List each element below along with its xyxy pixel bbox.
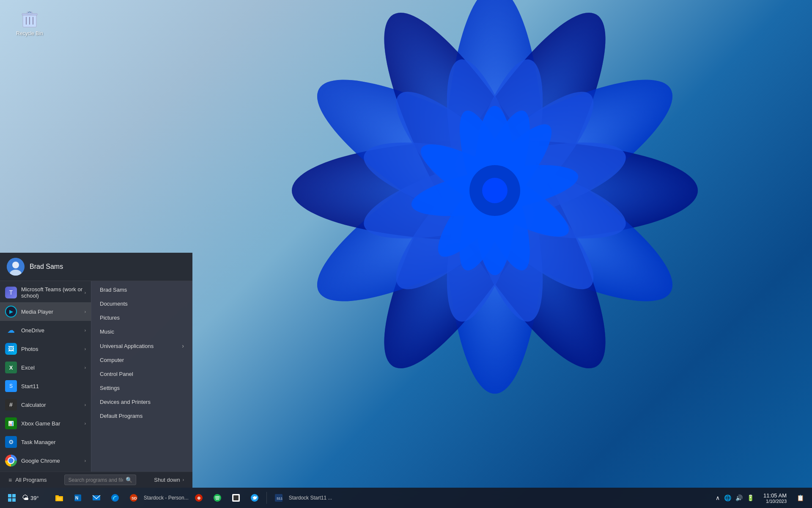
notion-button[interactable] bbox=[228, 489, 244, 506]
svg-rect-37 bbox=[8, 498, 11, 502]
universal-applications-label: Universal Applications bbox=[100, 343, 154, 349]
onedrive-chevron: › bbox=[85, 328, 86, 333]
menu-item-photos[interactable]: 🖼 Photos › bbox=[0, 340, 91, 358]
start-menu: Brad Sams T Microsoft Teams (work or sch… bbox=[0, 253, 192, 488]
menu-item-onedrive[interactable]: ☁ OneDrive › bbox=[0, 321, 91, 340]
tray-network[interactable]: 🌐 bbox=[723, 494, 732, 502]
teams-label: Microsoft Teams (work or school) bbox=[21, 286, 85, 299]
edge-button[interactable] bbox=[107, 489, 123, 506]
stardock-label: Stardock - Person... bbox=[144, 495, 189, 501]
weather-widget[interactable]: 🌤 39° bbox=[22, 494, 39, 502]
svg-text:N: N bbox=[75, 496, 78, 500]
search-icon: 🔍 bbox=[126, 477, 132, 483]
tray-battery[interactable]: 🔋 bbox=[746, 494, 755, 502]
spotify-button[interactable] bbox=[209, 489, 226, 506]
taskmanager-label: Task Manager bbox=[21, 439, 86, 445]
user-avatar bbox=[7, 258, 25, 276]
xboxgame-icon: 📊 bbox=[5, 417, 17, 429]
mediaplayer-chevron: › bbox=[85, 309, 86, 314]
all-programs-label: All Programs bbox=[15, 477, 47, 483]
username-label: Brad Sams bbox=[30, 263, 63, 271]
search-input[interactable] bbox=[68, 477, 123, 483]
music-label: Music bbox=[100, 329, 114, 335]
onedrive-label: OneDrive bbox=[21, 327, 85, 334]
start11-icon: S bbox=[5, 380, 17, 392]
menu-item-microsoft-teams[interactable]: T Microsoft Teams (work or school) › bbox=[0, 283, 91, 302]
stardock-button[interactable]: SD bbox=[125, 489, 142, 506]
menu-item-task-manager[interactable]: ⚙ Task Manager bbox=[0, 433, 91, 451]
right-item-documents[interactable]: Documents bbox=[91, 297, 192, 311]
menu-item-google-chrome[interactable]: Google Chrome › bbox=[0, 451, 91, 470]
svg-rect-38 bbox=[12, 498, 16, 502]
stardock-start11-label: Stardock Start11 ... bbox=[289, 495, 332, 501]
svg-text:⊕: ⊕ bbox=[197, 496, 200, 500]
menu-body: T Microsoft Teams (work or school) › ▶ M… bbox=[0, 281, 192, 472]
right-item-computer[interactable]: Computer bbox=[91, 353, 192, 367]
all-programs-button[interactable]: ≡ All Programs bbox=[5, 475, 50, 485]
svg-rect-40 bbox=[55, 495, 59, 497]
right-item-universal-applications[interactable]: Universal Applications bbox=[91, 339, 192, 353]
taskbar-left: 🌤 39° bbox=[3, 489, 42, 506]
recycle-bin[interactable]: Recycle Bin bbox=[13, 8, 47, 36]
taskbar-center: N SD Stardock - Person... bbox=[51, 489, 332, 506]
tray-up-arrow[interactable]: ∧ bbox=[715, 494, 721, 502]
teams-icon: T bbox=[5, 287, 17, 298]
clock-date: 1/10/2023 bbox=[763, 499, 787, 504]
shutdown-arrow: › bbox=[183, 478, 184, 482]
excel-chevron: › bbox=[85, 365, 86, 370]
brad-sams-link-label: Brad Sams bbox=[100, 287, 127, 293]
notification-button[interactable]: 📋 bbox=[792, 489, 809, 506]
right-item-settings[interactable]: Settings bbox=[91, 381, 192, 395]
tray-sound[interactable]: 🔊 bbox=[735, 494, 743, 502]
devices-printers-label: Devices and Printers bbox=[100, 399, 151, 405]
right-item-music[interactable]: Music bbox=[91, 325, 192, 339]
documents-label: Documents bbox=[100, 301, 128, 307]
search-bar[interactable]: 🔍 bbox=[64, 475, 136, 485]
settings-label: Settings bbox=[100, 385, 120, 391]
weather-icon: 🌤 bbox=[22, 494, 29, 502]
svg-rect-41 bbox=[57, 497, 62, 500]
twitter-button[interactable] bbox=[246, 489, 263, 506]
all-programs-icon: ≡ bbox=[8, 477, 12, 483]
right-panel: Brad Sams Documents Pictures Music Unive… bbox=[91, 281, 192, 472]
taskmanager-icon: ⚙ bbox=[5, 436, 17, 448]
menu-item-xbox-game-bar[interactable]: 📊 Xbox Game Bar › bbox=[0, 414, 91, 433]
right-item-pictures[interactable]: Pictures bbox=[91, 311, 192, 325]
svg-rect-52 bbox=[233, 495, 239, 500]
teams-chevron: › bbox=[85, 290, 86, 295]
calculator-label: Calculator bbox=[21, 402, 85, 408]
clock[interactable]: 11:05 AM 1/10/2023 bbox=[760, 491, 790, 505]
menu-item-calculator[interactable]: # Calculator › bbox=[0, 395, 91, 414]
menu-item-excel[interactable]: X Excel › bbox=[0, 358, 91, 377]
right-item-default-programs[interactable]: Default Programs bbox=[91, 409, 192, 423]
right-item-brad-sams[interactable]: Brad Sams bbox=[91, 283, 192, 297]
computer-label: Computer bbox=[100, 357, 124, 363]
stardock-start11-button[interactable]: S11 bbox=[270, 489, 287, 506]
right-item-control-panel[interactable]: Control Panel bbox=[91, 367, 192, 381]
right-item-devices-and-printers[interactable]: Devices and Printers bbox=[91, 395, 192, 409]
lastpass-button[interactable]: ⊕ bbox=[190, 489, 207, 506]
control-panel-label: Control Panel bbox=[100, 371, 133, 377]
news-button[interactable]: N bbox=[69, 489, 86, 506]
onedrive-icon: ☁ bbox=[5, 324, 17, 336]
photos-icon: 🖼 bbox=[5, 343, 17, 355]
user-header[interactable]: Brad Sams bbox=[0, 253, 192, 281]
photos-chevron: › bbox=[85, 347, 86, 351]
excel-icon: X bbox=[5, 362, 17, 373]
left-panel: T Microsoft Teams (work or school) › ▶ M… bbox=[0, 281, 91, 472]
pictures-label: Pictures bbox=[100, 315, 120, 321]
shutdown-button[interactable]: Shut down › bbox=[151, 475, 187, 485]
mediaplayer-icon: ▶ bbox=[5, 306, 17, 318]
xboxgame-chevron: › bbox=[85, 421, 86, 426]
mediaplayer-label: Media Player bbox=[21, 309, 85, 315]
start-button[interactable] bbox=[3, 489, 20, 506]
svg-text:SD: SD bbox=[132, 496, 137, 500]
menu-item-start11[interactable]: S Start11 bbox=[0, 377, 91, 395]
excel-label: Excel bbox=[21, 364, 85, 371]
file-explorer-button[interactable] bbox=[51, 489, 68, 506]
svg-rect-36 bbox=[12, 494, 16, 497]
mail-button[interactable] bbox=[88, 489, 105, 506]
svg-point-33 bbox=[12, 262, 19, 268]
menu-item-media-player[interactable]: ▶ Media Player › bbox=[0, 302, 91, 321]
taskbar: 🌤 39° N bbox=[0, 488, 812, 508]
